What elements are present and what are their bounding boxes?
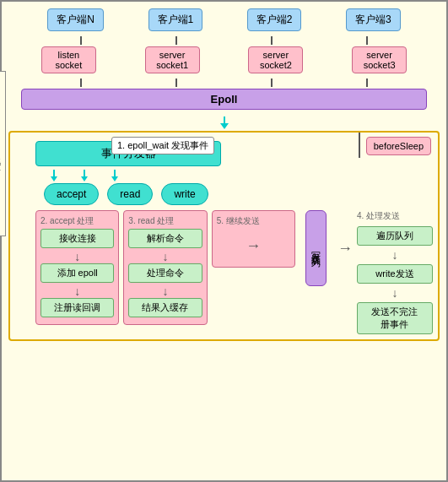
accept-col: 2. accept 处理 接收连接 ↓ 添加 epoll ↓ 注册读回调 <box>35 210 119 325</box>
right-step-1: 遍历队列 <box>357 226 433 246</box>
read-step-3: 结果入缓存 <box>128 298 202 317</box>
arrow-down-4: ↓ <box>128 285 202 297</box>
read-step-1: 解析命令 <box>128 229 202 248</box>
arrow-down-1: ↓ <box>40 251 114 263</box>
client-n: 客户端N <box>47 8 104 31</box>
client-1: 客户端1 <box>148 8 203 31</box>
diagram-root: 客户端N 客户端1 客户端2 客户端3 listensocket servers… <box>0 0 448 482</box>
main-loop-label: 主事件循环 <box>0 71 6 236</box>
accept-col-title: 2. accept 处理 <box>40 215 114 227</box>
right-panel-title: 4. 处理发送 <box>357 210 433 222</box>
listen-socket: listensocket <box>41 46 96 73</box>
server-socket3: serversocket3 <box>352 46 407 73</box>
server-socket2: serversocket2 <box>248 46 303 73</box>
arrow-down-6: ↓ <box>357 287 433 299</box>
action-write: write <box>161 183 208 205</box>
read-col: 3. read 处理 解析命令 ↓ 处理命令 ↓ 结果入缓存 <box>123 210 207 325</box>
right-panel: 4. 处理发送 遍历队列 ↓ write发送 ↓ 发送不完注 册事件 <box>357 210 433 334</box>
accept-step-1: 接收连接 <box>40 229 114 248</box>
epoll-box: Epoll <box>21 89 427 110</box>
right-step-3: 发送不完注 册事件 <box>357 302 433 334</box>
clients-row: 客户端N 客户端1 客户端2 客户端3 <box>8 8 440 31</box>
queue-label: 写发送队列 <box>305 210 327 286</box>
action-accept: accept <box>44 183 99 205</box>
write-col: 5. 继续发送 → <box>212 210 295 268</box>
client-3: 客户端3 <box>346 8 401 31</box>
server-socket1: serversocket1 <box>145 46 200 73</box>
queue-col: 写发送队列 <box>300 210 333 286</box>
epoll-row: Epoll <box>8 89 440 110</box>
accept-step-2: 添加 epoll <box>40 263 114 283</box>
read-col-title: 3. read 处理 <box>128 215 202 227</box>
accept-step-3: 注册读回调 <box>40 298 114 317</box>
arrow-down-2: ↓ <box>40 285 114 297</box>
right-step-2: write发送 <box>357 264 433 284</box>
arrow-down-3: ↓ <box>128 251 202 263</box>
client-2: 客户端2 <box>247 8 302 31</box>
actions-row: accept read write <box>44 183 433 205</box>
beforesleep-box: beforeSleep <box>366 137 431 155</box>
write-col-title: 5. 继续发送 <box>217 215 290 227</box>
read-step-2: 处理命令 <box>128 263 202 283</box>
action-read: read <box>107 183 153 205</box>
sockets-row: listensocket serversocket1 serversocket2… <box>8 46 440 73</box>
epoll-wait-label: 1. epoll_wait 发现事件 <box>111 137 214 154</box>
arrow-down-5: ↓ <box>357 249 433 261</box>
